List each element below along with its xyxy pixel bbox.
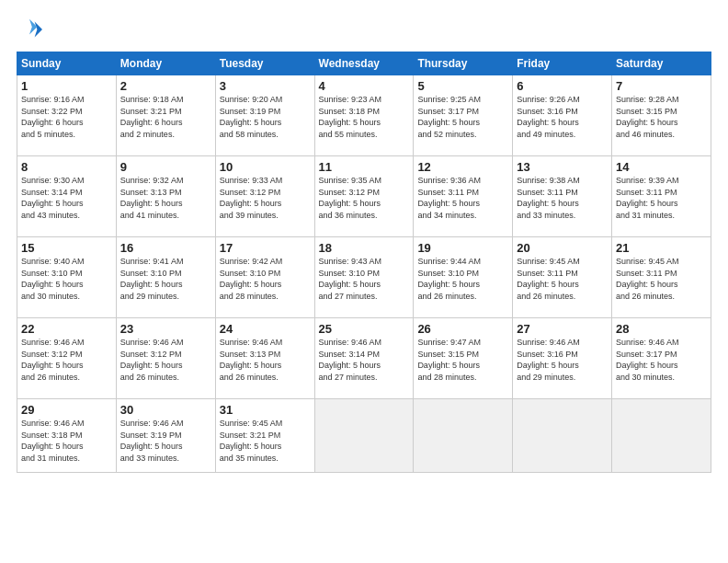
day-info: Sunrise: 9:35 AM Sunset: 3:12 PM Dayligh… — [319, 175, 410, 221]
day-info: Sunrise: 9:32 AM Sunset: 3:13 PM Dayligh… — [120, 175, 211, 221]
day-info: Sunrise: 9:47 AM Sunset: 3:15 PM Dayligh… — [417, 337, 508, 383]
day-number: 26 — [417, 322, 508, 336]
day-number: 4 — [319, 79, 410, 93]
svg-marker-1 — [29, 19, 37, 35]
week-row-5: 29Sunrise: 9:46 AM Sunset: 3:18 PM Dayli… — [17, 399, 711, 473]
week-row-3: 15Sunrise: 9:40 AM Sunset: 3:10 PM Dayli… — [17, 237, 711, 318]
calendar-cell: 21Sunrise: 9:45 AM Sunset: 3:11 PM Dayli… — [612, 237, 711, 318]
day-info: Sunrise: 9:39 AM Sunset: 3:11 PM Dayligh… — [616, 175, 707, 221]
calendar-cell — [612, 399, 711, 473]
calendar-cell: 15Sunrise: 9:40 AM Sunset: 3:10 PM Dayli… — [17, 237, 117, 318]
day-number: 3 — [220, 79, 311, 93]
day-info: Sunrise: 9:45 AM Sunset: 3:11 PM Dayligh… — [517, 256, 608, 302]
col-header-saturday: Saturday — [612, 52, 711, 75]
week-row-4: 22Sunrise: 9:46 AM Sunset: 3:12 PM Dayli… — [17, 318, 711, 399]
calendar-cell: 5Sunrise: 9:25 AM Sunset: 3:17 PM Daylig… — [414, 75, 513, 156]
day-number: 13 — [517, 160, 608, 174]
day-number: 15 — [21, 241, 112, 255]
day-info: Sunrise: 9:43 AM Sunset: 3:10 PM Dayligh… — [319, 256, 410, 302]
day-info: Sunrise: 9:40 AM Sunset: 3:10 PM Dayligh… — [21, 256, 112, 302]
day-info: Sunrise: 9:41 AM Sunset: 3:10 PM Dayligh… — [120, 256, 211, 302]
col-header-sunday: Sunday — [17, 52, 117, 75]
day-info: Sunrise: 9:33 AM Sunset: 3:12 PM Dayligh… — [220, 175, 311, 221]
day-info: Sunrise: 9:46 AM Sunset: 3:12 PM Dayligh… — [120, 337, 211, 383]
day-info: Sunrise: 9:46 AM Sunset: 3:16 PM Dayligh… — [517, 337, 608, 383]
day-info: Sunrise: 9:23 AM Sunset: 3:18 PM Dayligh… — [319, 94, 410, 140]
day-info: Sunrise: 9:46 AM Sunset: 3:18 PM Dayligh… — [21, 418, 112, 464]
day-number: 18 — [319, 241, 410, 255]
calendar-cell: 30Sunrise: 9:46 AM Sunset: 3:19 PM Dayli… — [116, 399, 215, 473]
day-number: 24 — [220, 322, 311, 336]
day-info: Sunrise: 9:44 AM Sunset: 3:10 PM Dayligh… — [417, 256, 508, 302]
day-info: Sunrise: 9:18 AM Sunset: 3:21 PM Dayligh… — [120, 94, 211, 140]
day-info: Sunrise: 9:30 AM Sunset: 3:14 PM Dayligh… — [21, 175, 112, 221]
day-number: 25 — [319, 322, 410, 336]
calendar-cell: 29Sunrise: 9:46 AM Sunset: 3:18 PM Dayli… — [17, 399, 117, 473]
day-number: 1 — [21, 79, 112, 93]
calendar-cell — [314, 399, 414, 473]
day-number: 28 — [616, 322, 707, 336]
day-info: Sunrise: 9:25 AM Sunset: 3:17 PM Dayligh… — [417, 94, 508, 140]
calendar-cell: 18Sunrise: 9:43 AM Sunset: 3:10 PM Dayli… — [314, 237, 414, 318]
day-info: Sunrise: 9:36 AM Sunset: 3:11 PM Dayligh… — [417, 175, 508, 221]
calendar-cell: 1Sunrise: 9:16 AM Sunset: 3:22 PM Daylig… — [17, 75, 117, 156]
calendar-cell: 20Sunrise: 9:45 AM Sunset: 3:11 PM Dayli… — [513, 237, 612, 318]
day-info: Sunrise: 9:20 AM Sunset: 3:19 PM Dayligh… — [220, 94, 311, 140]
day-info: Sunrise: 9:45 AM Sunset: 3:21 PM Dayligh… — [220, 418, 311, 464]
calendar-cell: 14Sunrise: 9:39 AM Sunset: 3:11 PM Dayli… — [612, 156, 711, 237]
day-number: 31 — [220, 403, 311, 417]
logo-icon — [17, 17, 42, 42]
calendar-cell: 19Sunrise: 9:44 AM Sunset: 3:10 PM Dayli… — [414, 237, 513, 318]
day-info: Sunrise: 9:46 AM Sunset: 3:14 PM Dayligh… — [319, 337, 410, 383]
calendar-cell — [513, 399, 612, 473]
day-number: 21 — [616, 241, 707, 255]
calendar-cell: 9Sunrise: 9:32 AM Sunset: 3:13 PM Daylig… — [116, 156, 215, 237]
day-number: 29 — [21, 403, 112, 417]
calendar-cell: 16Sunrise: 9:41 AM Sunset: 3:10 PM Dayli… — [116, 237, 215, 318]
day-number: 17 — [220, 241, 311, 255]
day-number: 14 — [616, 160, 707, 174]
calendar-cell: 27Sunrise: 9:46 AM Sunset: 3:16 PM Dayli… — [513, 318, 612, 399]
calendar-cell: 24Sunrise: 9:46 AM Sunset: 3:13 PM Dayli… — [215, 318, 314, 399]
day-number: 2 — [120, 79, 211, 93]
day-number: 30 — [120, 403, 211, 417]
calendar-cell: 28Sunrise: 9:46 AM Sunset: 3:17 PM Dayli… — [612, 318, 711, 399]
day-info: Sunrise: 9:42 AM Sunset: 3:10 PM Dayligh… — [220, 256, 311, 302]
calendar-cell: 17Sunrise: 9:42 AM Sunset: 3:10 PM Dayli… — [215, 237, 314, 318]
col-header-tuesday: Tuesday — [215, 52, 314, 75]
calendar: SundayMondayTuesdayWednesdayThursdayFrid… — [17, 52, 711, 473]
day-number: 27 — [517, 322, 608, 336]
day-number: 20 — [517, 241, 608, 255]
day-info: Sunrise: 9:16 AM Sunset: 3:22 PM Dayligh… — [21, 94, 112, 140]
calendar-cell: 10Sunrise: 9:33 AM Sunset: 3:12 PM Dayli… — [215, 156, 314, 237]
col-header-wednesday: Wednesday — [314, 52, 414, 75]
calendar-cell: 31Sunrise: 9:45 AM Sunset: 3:21 PM Dayli… — [215, 399, 314, 473]
day-info: Sunrise: 9:46 AM Sunset: 3:13 PM Dayligh… — [220, 337, 311, 383]
calendar-cell — [414, 399, 513, 473]
calendar-cell: 23Sunrise: 9:46 AM Sunset: 3:12 PM Dayli… — [116, 318, 215, 399]
page: SundayMondayTuesdayWednesdayThursdayFrid… — [0, 0, 728, 563]
week-row-2: 8Sunrise: 9:30 AM Sunset: 3:14 PM Daylig… — [17, 156, 711, 237]
day-info: Sunrise: 9:26 AM Sunset: 3:16 PM Dayligh… — [517, 94, 608, 140]
day-number: 5 — [417, 79, 508, 93]
day-info: Sunrise: 9:46 AM Sunset: 3:12 PM Dayligh… — [21, 337, 112, 383]
calendar-cell: 11Sunrise: 9:35 AM Sunset: 3:12 PM Dayli… — [314, 156, 414, 237]
svg-marker-0 — [35, 22, 42, 38]
col-header-thursday: Thursday — [414, 52, 513, 75]
day-number: 23 — [120, 322, 211, 336]
calendar-cell: 6Sunrise: 9:26 AM Sunset: 3:16 PM Daylig… — [513, 75, 612, 156]
day-number: 11 — [319, 160, 410, 174]
day-info: Sunrise: 9:38 AM Sunset: 3:11 PM Dayligh… — [517, 175, 608, 221]
calendar-header-row: SundayMondayTuesdayWednesdayThursdayFrid… — [17, 52, 711, 75]
day-info: Sunrise: 9:46 AM Sunset: 3:17 PM Dayligh… — [616, 337, 707, 383]
day-number: 9 — [120, 160, 211, 174]
calendar-cell: 12Sunrise: 9:36 AM Sunset: 3:11 PM Dayli… — [414, 156, 513, 237]
calendar-cell: 22Sunrise: 9:46 AM Sunset: 3:12 PM Dayli… — [17, 318, 117, 399]
calendar-cell: 3Sunrise: 9:20 AM Sunset: 3:19 PM Daylig… — [215, 75, 314, 156]
day-number: 10 — [220, 160, 311, 174]
day-number: 7 — [616, 79, 707, 93]
calendar-cell: 4Sunrise: 9:23 AM Sunset: 3:18 PM Daylig… — [314, 75, 414, 156]
day-info: Sunrise: 9:45 AM Sunset: 3:11 PM Dayligh… — [616, 256, 707, 302]
header — [17, 17, 711, 42]
day-info: Sunrise: 9:28 AM Sunset: 3:15 PM Dayligh… — [616, 94, 707, 140]
